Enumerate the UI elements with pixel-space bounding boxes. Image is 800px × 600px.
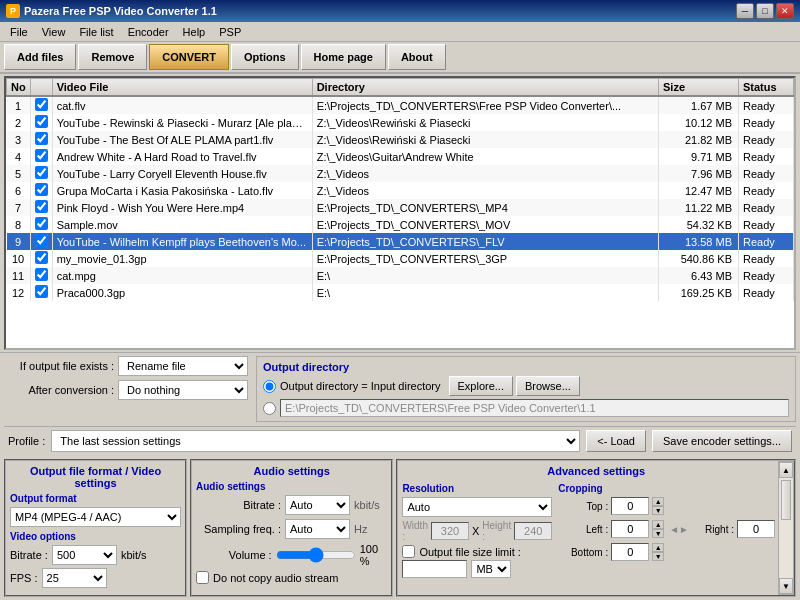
row-check[interactable]: [30, 284, 52, 301]
table-row[interactable]: 2 YouTube - Rewinski & Piasecki - Murarz…: [7, 114, 794, 131]
maximize-button[interactable]: □: [756, 3, 774, 19]
radio-input-dir[interactable]: [263, 380, 276, 393]
browse-button[interactable]: Browse...: [516, 376, 580, 396]
audio-bitrate-select[interactable]: Auto6496128: [285, 495, 350, 515]
row-check[interactable]: [30, 199, 52, 216]
x-label: X: [472, 525, 479, 537]
profile-label: Profile :: [8, 435, 45, 447]
table-row[interactable]: 12 Praca000.3gp E:\ 169.25 KB Ready: [7, 284, 794, 301]
resolution-select[interactable]: Auto320x240480x272: [402, 497, 552, 517]
crop-left-down[interactable]: ▼: [652, 529, 664, 538]
width-label: Width :: [402, 520, 428, 542]
row-check[interactable]: [30, 148, 52, 165]
table-row[interactable]: 4 Andrew White - A Hard Road to Travel.f…: [7, 148, 794, 165]
table-row[interactable]: 1 cat.flv E:\Projects_TD\_CONVERTERS\Fre…: [7, 96, 794, 114]
file-size-unit-select[interactable]: MBKBGB: [471, 560, 511, 578]
crop-top-down[interactable]: ▼: [652, 506, 664, 515]
dir-path-input[interactable]: [280, 399, 789, 417]
crop-top-input[interactable]: [611, 497, 649, 515]
row-dir: E:\Projects_TD\_CONVERTERS\_MOV: [312, 216, 658, 233]
menu-file[interactable]: File: [4, 25, 34, 39]
col-videofile[interactable]: Video File: [52, 79, 312, 97]
scroll-down-arrow[interactable]: ▼: [779, 578, 793, 594]
crop-left-up[interactable]: ▲: [652, 520, 664, 529]
convert-button[interactable]: CONVERT: [149, 44, 229, 70]
sampling-select[interactable]: Auto2205044100: [285, 519, 350, 539]
width-input[interactable]: [431, 522, 469, 540]
menu-filelist[interactable]: File list: [73, 25, 119, 39]
crop-top-up[interactable]: ▲: [652, 497, 664, 506]
volume-value: 100 %: [360, 543, 388, 567]
format-select[interactable]: MP4 (MPEG-4 / AAC) AVI 3GP: [10, 507, 181, 527]
menu-encoder[interactable]: Encoder: [122, 25, 175, 39]
fps-select[interactable]: 252430: [42, 568, 107, 588]
row-no: 4: [7, 148, 31, 165]
row-file: cat.mpg: [52, 267, 312, 284]
table-row[interactable]: 7 Pink Floyd - Wish You Were Here.mp4 E:…: [7, 199, 794, 216]
close-button[interactable]: ✕: [776, 3, 794, 19]
advanced-scrollbar[interactable]: ▲ ▼: [778, 461, 794, 595]
col-directory[interactable]: Directory: [312, 79, 658, 97]
add-files-button[interactable]: Add files: [4, 44, 76, 70]
save-encoder-button[interactable]: Save encoder settings...: [652, 430, 792, 452]
explore-button[interactable]: Explore...: [449, 376, 513, 396]
row-no: 6: [7, 182, 31, 199]
scroll-track: [779, 478, 793, 578]
audio-bitrate-unit: kbit/s: [354, 499, 380, 511]
crop-bottom-up[interactable]: ▲: [652, 543, 664, 552]
window-title: Pazera Free PSP Video Converter 1.1: [24, 5, 217, 17]
table-row[interactable]: 10 my_movie_01.3gp E:\Projects_TD\_CONVE…: [7, 250, 794, 267]
row-check[interactable]: [30, 131, 52, 148]
col-size[interactable]: Size: [659, 79, 739, 97]
radio-custom-dir[interactable]: [263, 402, 276, 415]
left-label: Left :: [568, 524, 608, 535]
crop-bottom-down[interactable]: ▼: [652, 552, 664, 561]
height-input[interactable]: [514, 522, 552, 540]
row-check[interactable]: [30, 165, 52, 182]
video-bitrate-select[interactable]: 500256384768: [52, 545, 117, 565]
crop-bottom-input[interactable]: [611, 543, 649, 561]
options-button[interactable]: Options: [231, 44, 299, 70]
row-check[interactable]: [30, 250, 52, 267]
file-size-input[interactable]: [402, 560, 467, 578]
menu-view[interactable]: View: [36, 25, 72, 39]
row-size: 11.22 MB: [659, 199, 739, 216]
minimize-button[interactable]: ─: [736, 3, 754, 19]
file-size-limit-checkbox[interactable]: [402, 545, 415, 558]
no-copy-audio-checkbox[interactable]: [196, 571, 209, 584]
crop-left-input[interactable]: [611, 520, 649, 538]
row-status: Ready: [739, 131, 794, 148]
after-conversion-select[interactable]: Do nothing Open output folder Shut down: [118, 380, 248, 400]
about-button[interactable]: About: [388, 44, 446, 70]
row-check[interactable]: [30, 182, 52, 199]
table-row[interactable]: 11 cat.mpg E:\ 6.43 MB Ready: [7, 267, 794, 284]
profile-select[interactable]: The last session settings: [51, 430, 580, 452]
row-check[interactable]: [30, 96, 52, 114]
no-copy-audio-label: Do not copy audio stream: [213, 572, 338, 584]
row-check[interactable]: [30, 114, 52, 131]
row-check[interactable]: [30, 267, 52, 284]
menu-psp[interactable]: PSP: [213, 25, 247, 39]
if-output-select[interactable]: Rename file Overwrite Skip: [118, 356, 248, 376]
col-status[interactable]: Status: [739, 79, 794, 97]
volume-slider[interactable]: [276, 547, 356, 563]
bitrate-unit: kbit/s: [121, 549, 147, 561]
row-file: my_movie_01.3gp: [52, 250, 312, 267]
remove-button[interactable]: Remove: [78, 44, 147, 70]
row-status: Ready: [739, 114, 794, 131]
table-row[interactable]: 6 Grupa MoCarta i Kasia Pakosińska - Lat…: [7, 182, 794, 199]
load-button[interactable]: <- Load: [586, 430, 646, 452]
height-label: Height :: [482, 520, 511, 542]
scroll-thumb[interactable]: [781, 480, 791, 520]
table-row[interactable]: 5 YouTube - Larry Coryell Eleventh House…: [7, 165, 794, 182]
scroll-up-arrow[interactable]: ▲: [779, 462, 793, 478]
table-row[interactable]: 9 YouTube - Wilhelm Kempff plays Beethov…: [7, 233, 794, 250]
col-no[interactable]: No: [7, 79, 31, 97]
table-row[interactable]: 3 YouTube - The Best Of ALE PLAMA part1.…: [7, 131, 794, 148]
menu-help[interactable]: Help: [177, 25, 212, 39]
row-check[interactable]: [30, 233, 52, 250]
crop-right-input[interactable]: [737, 520, 775, 538]
row-check[interactable]: [30, 216, 52, 233]
homepage-button[interactable]: Home page: [301, 44, 386, 70]
table-row[interactable]: 8 Sample.mov E:\Projects_TD\_CONVERTERS\…: [7, 216, 794, 233]
